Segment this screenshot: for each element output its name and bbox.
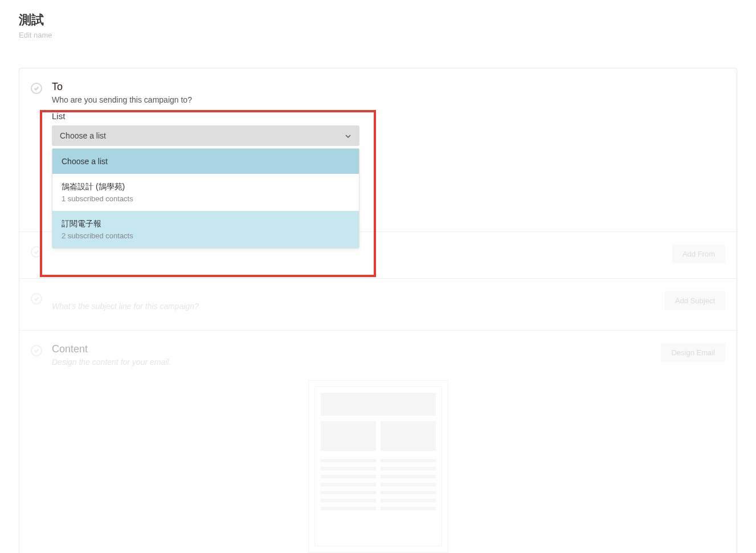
content-desc: Design the content for your email. — [52, 357, 725, 367]
check-icon — [31, 345, 42, 356]
campaign-builder-card: To Who are you sending this campaign to?… — [19, 68, 737, 553]
edit-name-link[interactable]: Edit name — [19, 31, 737, 39]
section-to: To Who are you sending this campaign to?… — [19, 68, 737, 232]
dropdown-option-2[interactable]: 訂閱電子報 2 subscribed contacts — [52, 211, 359, 248]
check-icon — [31, 83, 42, 94]
list-dropdown[interactable]: Choose a list — [52, 125, 359, 146]
section-content: Content Design the content for your emai… — [19, 331, 737, 553]
check-icon — [31, 293, 42, 304]
section-subject: What's the subject line for this campaig… — [19, 279, 737, 331]
add-from-button[interactable]: Add From — [672, 245, 725, 263]
to-desc: Who are you sending this campaign to? — [52, 95, 725, 104]
campaign-title: 測試 — [19, 11, 737, 29]
add-subject-button[interactable]: Add Subject — [665, 291, 725, 310]
list-label: List — [52, 111, 725, 121]
to-title: To — [52, 81, 725, 93]
email-preview-thumbnail[interactable] — [308, 380, 448, 552]
dropdown-selected-text: Choose a list — [60, 131, 106, 140]
subject-desc: What's the subject line for this campaig… — [52, 302, 725, 311]
check-icon — [31, 246, 42, 258]
design-email-button[interactable]: Design Email — [661, 343, 725, 362]
content-title: Content — [52, 343, 725, 355]
list-dropdown-menu: Choose a list 鵠崙設計 (鵠學苑) 1 subscribed co… — [52, 148, 359, 249]
dropdown-option-placeholder[interactable]: Choose a list — [52, 149, 359, 174]
dropdown-option-1[interactable]: 鵠崙設計 (鵠學苑) 1 subscribed contacts — [52, 174, 359, 211]
chevron-down-icon — [345, 132, 352, 139]
